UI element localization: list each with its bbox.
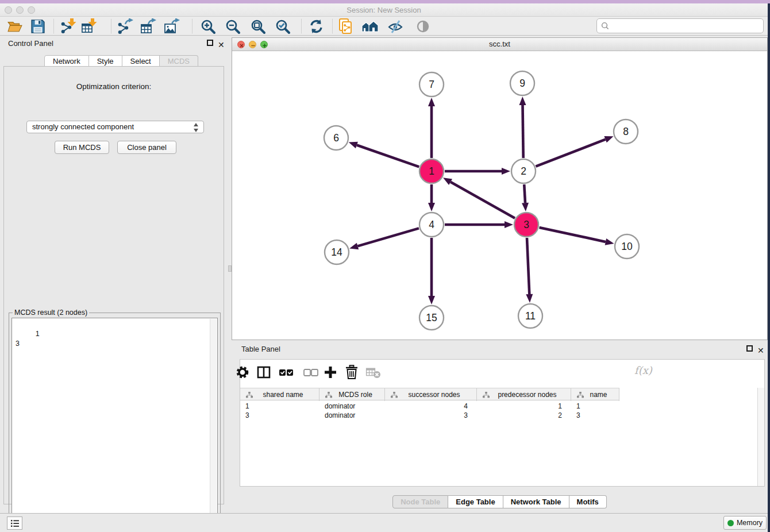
table-row[interactable]: 1dominator411	[240, 402, 619, 411]
mcds-result-text[interactable]: 1 3	[11, 318, 218, 527]
deselect-all-icon[interactable]	[303, 364, 319, 380]
search-box[interactable]	[596, 18, 764, 33]
import-network-icon[interactable]	[60, 18, 78, 35]
search-input[interactable]	[611, 20, 763, 32]
zoom-in-icon[interactable]	[199, 18, 217, 35]
node-9[interactable]: 9	[510, 71, 534, 95]
select-all-icon[interactable]	[278, 364, 294, 380]
node-8[interactable]: 8	[614, 119, 638, 144]
mcds-result-title: MCDS result (2 nodes)	[13, 309, 89, 317]
column-header-name[interactable]: name	[571, 388, 619, 401]
sort-column-icon[interactable]	[246, 392, 253, 398]
save-session-icon[interactable]	[29, 18, 47, 35]
edge-3-11[interactable]	[527, 238, 529, 294]
table-scrollbar[interactable]	[757, 388, 764, 486]
close-panel-button[interactable]: Close panel	[117, 141, 176, 154]
column-header-MCDS-role[interactable]: MCDS role	[319, 388, 385, 401]
close-window-icon[interactable]	[5, 6, 12, 14]
run-mcds-button[interactable]: Run MCDS	[55, 141, 109, 154]
table-cell[interactable]: 3	[245, 411, 319, 420]
result-scrollbar[interactable]	[210, 319, 217, 527]
table-cell[interactable]: dominator	[325, 402, 384, 411]
node-2[interactable]: 2	[511, 159, 536, 183]
tab-network[interactable]: Network	[44, 55, 89, 67]
minimize-window-icon[interactable]	[16, 6, 24, 14]
node-15[interactable]: 15	[419, 306, 444, 330]
close-panel-icon[interactable]: ✕	[218, 40, 225, 47]
table-cell[interactable]: 3	[576, 411, 619, 420]
zoom-out-icon[interactable]	[224, 18, 241, 35]
close-table-panel-icon[interactable]: ✕	[757, 345, 765, 353]
node-1[interactable]: 1	[419, 159, 444, 183]
open-session-icon[interactable]	[6, 18, 24, 35]
float-table-panel-icon[interactable]	[746, 345, 754, 353]
delete-table-disabled-icon[interactable]	[365, 364, 382, 380]
float-panel-icon[interactable]	[207, 40, 214, 47]
control-panel-tabs: NetworkStyleSelectMCDS	[44, 55, 198, 67]
node-10[interactable]: 10	[615, 234, 639, 259]
network-documents-icon[interactable]	[337, 18, 355, 35]
import-table-icon[interactable]	[81, 18, 98, 35]
edge-4-14[interactable]	[358, 228, 419, 246]
column-header-shared-name[interactable]: shared name	[240, 388, 319, 401]
edge-2-3[interactable]	[524, 184, 525, 203]
edge-3-10[interactable]	[540, 228, 606, 242]
sort-column-icon[interactable]	[577, 392, 584, 398]
tab-style[interactable]: Style	[89, 55, 122, 67]
show-graphics-details-disabled-icon[interactable]	[414, 18, 432, 35]
zoom-fit-icon[interactable]	[249, 18, 267, 35]
criterion-dropdown[interactable]: strongly connected component	[26, 121, 204, 133]
table-header-row: shared nameMCDS rolesuccessor nodesprede…	[240, 388, 619, 400]
edge-1-6[interactable]	[357, 145, 419, 167]
export-image-icon[interactable]	[164, 18, 181, 35]
zoom-view-icon[interactable]	[260, 41, 268, 48]
sort-column-icon[interactable]	[483, 392, 490, 398]
tab-network-table[interactable]: Network Table	[503, 495, 569, 508]
tab-node-table[interactable]: Node Table	[392, 495, 448, 508]
table-cell[interactable]: 1	[245, 402, 319, 411]
edge-3-1[interactable]	[451, 182, 515, 218]
table-cell[interactable]: 2	[477, 411, 562, 420]
network-canvas[interactable]: 7968124314101511	[232, 51, 767, 340]
task-history-button[interactable]	[7, 516, 22, 530]
node-4[interactable]: 4	[419, 213, 444, 237]
edge-2-9[interactable]	[523, 105, 523, 158]
minimize-view-icon[interactable]	[249, 41, 256, 48]
sort-column-icon[interactable]	[325, 392, 332, 398]
table-row[interactable]: 3dominator323	[240, 411, 619, 420]
tab-motifs[interactable]: Motifs	[569, 495, 607, 508]
node-7[interactable]: 7	[419, 72, 444, 97]
column-header-successor-nodes[interactable]: successor nodes	[385, 388, 477, 401]
window-titlebar[interactable]: Session: New Session	[0, 3, 768, 17]
function-builder-button[interactable]: f(x)	[634, 364, 652, 376]
table-settings-icon[interactable]	[234, 364, 251, 380]
sort-column-icon[interactable]	[391, 392, 398, 398]
refresh-layout-icon[interactable]	[307, 18, 325, 35]
edge-2-8[interactable]	[536, 140, 605, 167]
node-6[interactable]: 6	[324, 126, 348, 150]
close-view-icon[interactable]	[237, 41, 245, 48]
network-window-titlebar[interactable]: scc.txt	[232, 38, 767, 51]
table-cell[interactable]: 3	[385, 411, 468, 420]
add-column-icon[interactable]	[322, 364, 338, 380]
delete-column-icon[interactable]	[344, 364, 360, 380]
export-network-icon[interactable]	[117, 18, 134, 35]
table-cell[interactable]: dominator	[325, 411, 384, 420]
table-cell[interactable]: 4	[385, 402, 468, 411]
home-views-icon[interactable]	[361, 18, 379, 35]
split-panel-icon[interactable]	[256, 364, 272, 380]
table-cell[interactable]: 1	[576, 402, 619, 411]
zoom-selected-icon[interactable]	[274, 18, 291, 35]
tab-select[interactable]: Select	[122, 55, 160, 67]
export-table-icon[interactable]	[140, 18, 157, 35]
tab-edge-table[interactable]: Edge Table	[448, 495, 503, 508]
tab-mcds[interactable]: MCDS	[160, 55, 198, 67]
node-3[interactable]: 3	[514, 213, 538, 237]
column-header-predecessor-nodes[interactable]: predecessor nodes	[477, 388, 571, 401]
memory-button[interactable]: Memory	[723, 516, 767, 530]
node-14[interactable]: 14	[325, 240, 349, 264]
hide-graphics-details-icon[interactable]	[387, 18, 404, 35]
zoom-window-icon[interactable]	[28, 6, 35, 14]
node-11[interactable]: 11	[518, 304, 542, 328]
table-cell[interactable]: 1	[477, 402, 562, 411]
